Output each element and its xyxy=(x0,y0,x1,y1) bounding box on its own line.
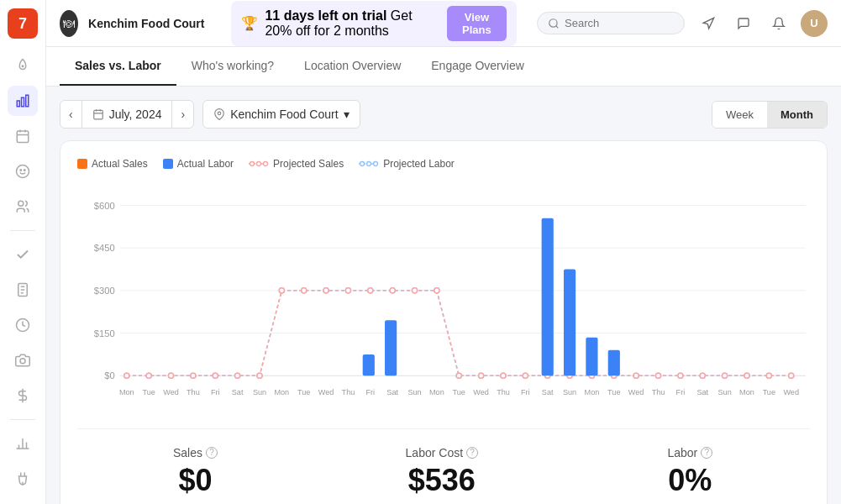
svg-point-137 xyxy=(723,373,728,378)
sidebar-item-dollar[interactable] xyxy=(8,381,38,411)
legend-label-actual-sales: Actual Sales xyxy=(92,158,148,170)
svg-point-134 xyxy=(655,373,660,378)
sidebar-item-plug[interactable] xyxy=(8,464,38,494)
svg-rect-4 xyxy=(17,131,29,143)
svg-text:Fri: Fri xyxy=(676,388,686,396)
stat-labor-cost-info[interactable]: ? xyxy=(466,447,478,459)
sidebar-item-analytics[interactable] xyxy=(8,86,38,116)
tab-sales-vs-labor[interactable]: Sales vs. Labor xyxy=(60,47,176,86)
view-plans-button[interactable]: View Plans xyxy=(447,6,507,41)
svg-text:Sun: Sun xyxy=(717,388,731,396)
stat-labor-info[interactable]: ? xyxy=(701,447,712,459)
svg-text:Mon: Mon xyxy=(429,388,444,396)
tab-whos-working[interactable]: Who's working? xyxy=(176,47,289,86)
svg-point-121 xyxy=(368,288,373,293)
sidebar-item-face[interactable] xyxy=(8,156,38,186)
date-display: July, 2024 xyxy=(81,101,173,128)
svg-text:Mon: Mon xyxy=(585,388,600,396)
search-input[interactable] xyxy=(565,17,674,29)
stat-labor-cost-value: $536 xyxy=(399,463,486,498)
svg-point-8 xyxy=(17,165,29,178)
search-bar[interactable] xyxy=(537,12,685,34)
svg-text:Tue: Tue xyxy=(142,388,155,396)
sidebar-item-calendar[interactable] xyxy=(8,121,38,151)
svg-point-9 xyxy=(20,170,22,171)
megaphone-icon[interactable] xyxy=(695,10,722,37)
svg-text:Tue: Tue xyxy=(607,388,620,396)
next-date-button[interactable]: › xyxy=(172,101,193,128)
svg-text:$600: $600 xyxy=(94,201,115,211)
svg-point-29 xyxy=(218,112,221,115)
location-name: Kenchim Food Court xyxy=(230,108,338,121)
svg-line-24 xyxy=(556,25,559,28)
svg-text:Sun: Sun xyxy=(563,388,576,396)
legend-actual-labor: Actual Labor xyxy=(163,158,234,170)
svg-text:Wed: Wed xyxy=(473,388,489,396)
trial-text: 11 days left on trial Get 20% off for 2 … xyxy=(265,8,439,39)
sidebar-item-people[interactable] xyxy=(8,192,38,222)
svg-text:Thu: Thu xyxy=(652,388,665,396)
svg-point-123 xyxy=(412,288,417,293)
stat-sales-label: Sales ? xyxy=(162,446,228,459)
tab-engage-overview[interactable]: Engage Overview xyxy=(416,47,539,86)
svg-point-23 xyxy=(549,18,557,26)
svg-rect-1 xyxy=(17,101,19,107)
svg-point-124 xyxy=(434,288,439,293)
sidebar-item-bar-chart[interactable] xyxy=(8,428,38,459)
tab-location-overview[interactable]: Location Overview xyxy=(289,47,416,86)
svg-text:Mon: Mon xyxy=(119,388,134,396)
sidebar-item-check[interactable] xyxy=(8,239,38,270)
svg-point-114 xyxy=(213,373,218,378)
chat-icon[interactable] xyxy=(730,10,757,37)
stat-labor-cost: Labor Cost ? $536 ↑ $536 last month xyxy=(399,446,486,504)
svg-text:Wed: Wed xyxy=(163,388,179,396)
topbar: 🍽 Kenchim Food Court 🏆 11 days left on t… xyxy=(46,0,841,47)
svg-point-135 xyxy=(678,373,683,378)
svg-point-118 xyxy=(302,288,307,293)
stat-sales-info[interactable]: ? xyxy=(206,447,218,459)
sidebar-divider-1 xyxy=(10,230,35,231)
svg-rect-144 xyxy=(564,270,576,376)
svg-rect-146 xyxy=(608,350,620,375)
svg-point-115 xyxy=(235,373,240,378)
svg-point-136 xyxy=(700,373,705,378)
sidebar: 7 xyxy=(0,0,46,504)
sidebar-item-camera[interactable] xyxy=(8,345,38,375)
user-avatar[interactable]: U xyxy=(801,10,828,37)
svg-point-111 xyxy=(146,373,151,378)
svg-text:Wed: Wed xyxy=(783,388,799,396)
svg-text:Thu: Thu xyxy=(187,388,200,396)
svg-point-127 xyxy=(501,373,506,378)
legend-projected-sales: Projected Sales xyxy=(249,158,344,170)
svg-point-35 xyxy=(360,162,365,166)
svg-text:$0: $0 xyxy=(104,370,114,381)
stat-labor-label: Labor ? xyxy=(655,446,724,459)
topbar-icons: U xyxy=(695,10,828,37)
prev-date-button[interactable]: ‹ xyxy=(60,101,81,128)
svg-point-133 xyxy=(633,373,639,378)
app-logo[interactable]: 7 xyxy=(8,8,38,39)
svg-point-122 xyxy=(390,288,395,293)
content-area: ‹ July, 2024 › Kenchim Food Court ▾ Week… xyxy=(46,87,841,504)
svg-point-119 xyxy=(323,288,329,293)
location-selector[interactable]: Kenchim Food Court ▾ xyxy=(202,100,360,129)
svg-text:Sun: Sun xyxy=(253,388,266,396)
bell-icon[interactable] xyxy=(765,10,792,37)
svg-point-116 xyxy=(257,373,262,378)
stat-labor-cost-label: Labor Cost ? xyxy=(399,446,486,459)
main-content: 🍽 Kenchim Food Court 🏆 11 days left on t… xyxy=(46,0,841,504)
svg-text:$300: $300 xyxy=(94,286,115,296)
svg-rect-143 xyxy=(542,218,554,376)
sidebar-item-rocket[interactable] xyxy=(8,50,38,81)
week-view-button[interactable]: Week xyxy=(712,102,767,128)
svg-point-113 xyxy=(191,373,196,378)
svg-point-36 xyxy=(367,162,371,166)
svg-rect-3 xyxy=(26,95,29,107)
sidebar-item-tasks[interactable] xyxy=(8,275,38,305)
svg-text:Thu: Thu xyxy=(497,388,510,396)
sidebar-divider-2 xyxy=(10,419,35,420)
month-view-button[interactable]: Month xyxy=(767,102,827,128)
view-toggle: Week Month xyxy=(712,101,828,129)
svg-point-139 xyxy=(766,373,771,378)
sidebar-item-clock[interactable] xyxy=(8,310,38,340)
